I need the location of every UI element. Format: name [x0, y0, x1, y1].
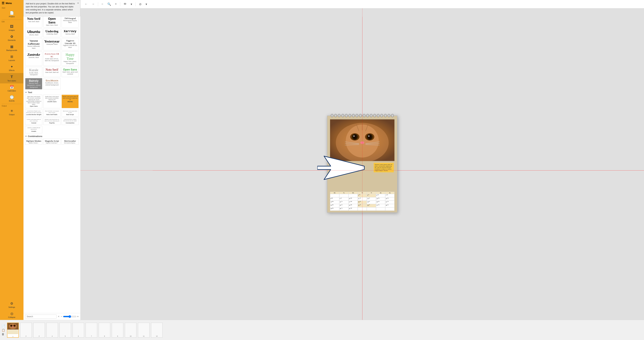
add-page-button[interactable]: 📄 — [2, 325, 5, 328]
thumbnail-4[interactable]: 4 — [46, 323, 58, 338]
combinations-grid: MgOpen Modato MgOpen Modato/... Magnolia… — [25, 139, 79, 145]
cal-cell: 11 Th — [358, 197, 367, 201]
font-item-yanone[interactable]: Yanone Kaffeesatz Yanone Kaffeesatz, bla… — [25, 38, 42, 50]
font-item-underdog[interactable]: Underdog Underdog, black — [43, 28, 60, 37]
zoom-out-toolbar-button[interactable]: − — [101, 2, 104, 6]
font-preview: Bainsly — [26, 79, 42, 82]
text-styles-panel: Add text to your project. Double-click o… — [24, 0, 80, 320]
combo-item-magnolia[interactable]: Magnolia Script Magnolia Script/Open... — [43, 139, 60, 145]
sidebar-item-project[interactable]: 📄 Project — [0, 9, 24, 19]
thumbnail-2[interactable]: 2 — [20, 323, 32, 338]
font-item-bainsly[interactable]: Bainsly Bainsly, black, transparent, col… — [25, 78, 42, 89]
zoom-in-button[interactable]: + — [77, 315, 79, 318]
text-item-bad-script[interactable]: Bad Script Lorem ipsum dolor sit amet Ba… — [62, 109, 79, 117]
font-item-yiggivoo[interactable]: Yiggivoo Unicode 3D Yiggivoo Unicode 3D,… — [62, 38, 79, 50]
sidebar-item-output[interactable]: ✳ Output — [0, 107, 24, 117]
font-styles-grid: Noto Serif Noto Serif, black Open Sans O… — [25, 16, 79, 89]
duplicate-page-button[interactable]: 📋 — [2, 329, 5, 332]
thumbnail-12[interactable]: 12 — [151, 323, 163, 338]
text-item-open-sans[interactable]: Open Sans Lorem ipsum dolor sit amet, co… — [25, 95, 42, 108]
zoom-slider[interactable] — [63, 315, 76, 318]
text-item-caveat[interactable]: Caveat Lorem ipsum dolor sit amet consec… — [25, 118, 42, 125]
zoom-in-toolbar-button[interactable]: + — [114, 2, 118, 6]
font-item-ubuntu[interactable]: Ubuntu Ubuntu, black — [25, 28, 42, 37]
font-item-fontin[interactable]: Fontin Sans CR SC Fontin Sans CR SC, dar… — [43, 51, 60, 66]
font-desc: SoulMission, brown, colored background — [44, 82, 60, 86]
tooltip-close-button[interactable]: × — [77, 1, 79, 5]
font-item-yesteryear[interactable]: Yesteryear Yesteryear, black — [43, 38, 60, 50]
sidebar-item-calendars[interactable]: 📅 Calendars — [0, 83, 24, 93]
zoom-search-button[interactable]: 🔍 — [107, 2, 112, 7]
sidebar-item-settings[interactable]: ⚙ Settings — [0, 300, 24, 310]
thumbnail-3[interactable]: 3 — [33, 323, 45, 338]
toolbar-separator-2 — [120, 2, 120, 6]
svg-point-8 — [368, 135, 371, 139]
text-item-josefin[interactable]: Josefin Sans Lorem ipsum dolor sit amet … — [43, 95, 60, 108]
redo-button[interactable]: → — [91, 2, 95, 6]
zoom-out-button[interactable]: − — [61, 315, 62, 318]
thumbnail-6[interactable]: 6 — [72, 323, 84, 338]
delete-page-button[interactable]: 🗑 — [2, 333, 5, 336]
calendar-page[interactable]: Ubuntu Lorem ipsum dolor sit amet, conse… — [327, 116, 398, 213]
combo-item-mgopen[interactable]: MgOpen Modato MgOpen Modato/... — [25, 139, 42, 145]
cal-cell: 20 Sa — [376, 201, 385, 204]
font-item-open-sans-green[interactable]: Open Sans Open Sans, green and centered — [62, 67, 79, 77]
cal-cell: 28 Su — [385, 204, 394, 207]
view-dropdown-button[interactable]: ▾ — [130, 2, 133, 7]
lock-button[interactable]: ⊘ — [138, 2, 142, 7]
menu-button[interactable]: ☰ Menu — [0, 0, 24, 6]
font-item-happy-time[interactable]: Happy Time Happy Time, green, transparen… — [62, 51, 79, 66]
cal-cell — [376, 207, 385, 211]
toolbar-separator-3 — [136, 2, 136, 6]
thumbnail-11[interactable]: 11 — [138, 323, 150, 338]
sidebar-item-images[interactable]: 🖼 Images — [0, 23, 24, 33]
svg-point-11 — [360, 141, 364, 144]
search-input[interactable] — [25, 315, 56, 319]
font-item-zantroke[interactable]: Zantroke Zantroke, black — [25, 51, 42, 66]
combo-item-merriweather[interactable]: Merriweather Merriweather/MgOpe... — [62, 139, 79, 145]
text-item-lucida[interactable]: Lucida Becker Bright Lorem ipsum dolor s… — [25, 109, 42, 117]
thumbnail-1[interactable]: 1 — [7, 323, 19, 338]
text-item-amatic[interactable]: AMATIC LOREM IPSUM DOLOR SIT Amatic — [25, 126, 42, 133]
thumbnail-5[interactable]: 5 — [59, 323, 71, 338]
text-item-noto-italic[interactable]: Noto Serif Italic Lorem ipsum dolor sit … — [43, 109, 60, 117]
canvas-viewport[interactable]: Ubuntu Lorem ipsum dolor sit amet, conse… — [80, 8, 644, 320]
text-item-constantine[interactable]: CONSTANTINE LOREM IPSUM DOLOR SIT AMET C… — [62, 118, 79, 125]
sidebar-item-textstyles[interactable]: T Text styles — [0, 73, 24, 83]
hamburger-icon: ☰ — [2, 1, 4, 5]
sidebar-item-elements[interactable]: ✿ Elements — [0, 33, 24, 43]
font-item-open-sans[interactable]: Open Sans Open Sans, black — [43, 16, 60, 27]
font-item-soulmission[interactable]: SoulMission SoulMission, brown, colored … — [43, 78, 60, 89]
toolbar: ← → − 🔍 + 👁 ▾ ⊘ ▾ — [80, 0, 644, 8]
thumbnail-10[interactable]: 10 — [125, 323, 136, 338]
sidebar-item-backgrounds[interactable]: ▦ Backgrounds — [0, 43, 24, 53]
font-preview: Zantroke — [26, 53, 42, 57]
font-item-tmvinograd[interactable]: TMVinograd TMVinograd-Regular, black — [62, 16, 79, 27]
search-clear-button[interactable]: × — [58, 315, 59, 318]
sidebar-item-effects[interactable]: ✦ Effects — [0, 63, 24, 73]
font-item-noto-dark[interactable]: Noto Serif Noto Serif, dark red — [43, 67, 60, 77]
sidebar-item-events[interactable]: 🕐 Events — [0, 93, 24, 104]
cal-cell: 19 Fr — [367, 201, 376, 204]
text-sample: Lucida Becker Bright Lorem ipsum dolor s… — [26, 110, 42, 113]
text-item-paprika[interactable]: Paprika Lorem ipsum dolor sit amet conse… — [43, 118, 60, 125]
sidebar-item-layouts[interactable]: ⊞ Layouts — [0, 53, 24, 63]
view-button[interactable]: 👁 — [123, 2, 127, 6]
text-item-ubuntu-text[interactable]: Ubuntu Lorem ipsum dolor sit amet consec… — [62, 95, 79, 108]
text-label: Open Sans — [26, 105, 42, 107]
undo-button[interactable]: ← — [84, 2, 88, 6]
font-item-kurale[interactable]: Kurale Kurale, black, transparent — [25, 67, 42, 77]
combinations-section-header[interactable]: ▼ Combinations — [25, 135, 79, 138]
spiral-ring — [363, 114, 366, 117]
text-section-header[interactable]: ▼ Text — [25, 91, 79, 94]
lock-dropdown-button[interactable]: ▾ — [145, 2, 148, 7]
font-preview: Happy Time — [62, 53, 78, 61]
font-item-noto-serif[interactable]: Noto Serif Noto Serif, black — [25, 16, 42, 27]
thumb-page-number: 8 — [99, 335, 110, 337]
calendar-text-overlay[interactable]: Ubuntu Lorem ipsum dolor sit amet, conse… — [374, 163, 394, 172]
font-item-xarrovy[interactable]: Xarrovy Xarrovy, black — [62, 28, 79, 37]
sidebar-item-collapse[interactable]: ◎ Collapse — [0, 310, 24, 320]
thumbnail-8[interactable]: 8 — [98, 323, 110, 338]
thumbnail-9[interactable]: 9 — [112, 323, 124, 338]
thumbnail-7[interactable]: 7 — [86, 323, 97, 338]
